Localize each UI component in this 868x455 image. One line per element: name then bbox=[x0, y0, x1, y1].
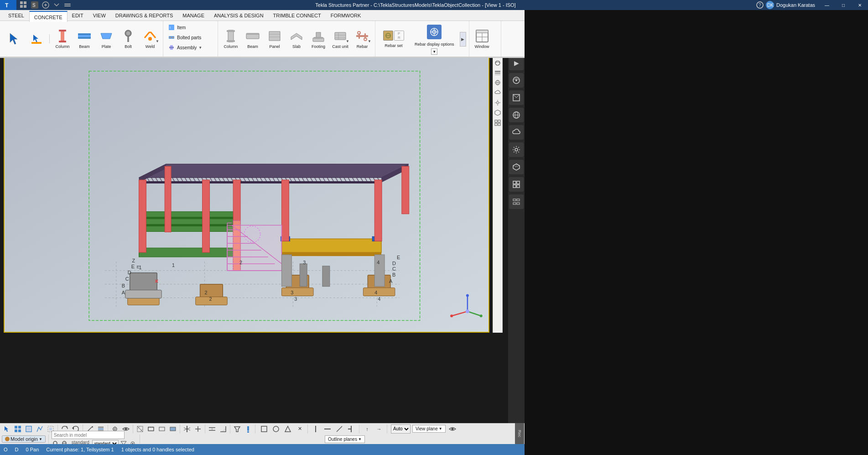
model-origin-btn[interactable]: Model origin ▼ bbox=[2, 435, 46, 443]
hidden-line-btn[interactable] bbox=[146, 424, 156, 434]
vert-line-btn[interactable] bbox=[311, 424, 321, 434]
tab-edit[interactable]: EDIT bbox=[68, 10, 88, 21]
angle-btn[interactable] bbox=[218, 424, 228, 434]
viewport-settings-btn[interactable] bbox=[494, 99, 502, 107]
render-btn[interactable] bbox=[168, 424, 178, 434]
maximize-button[interactable]: □ bbox=[835, 0, 852, 10]
rebar-expand-btn[interactable]: ▶ bbox=[460, 32, 466, 47]
sidebar-view-btn[interactable] bbox=[509, 90, 524, 105]
beam-tool[interactable]: Beam bbox=[74, 28, 94, 50]
svg-rect-29 bbox=[517, 203, 520, 204]
wire-btn[interactable] bbox=[157, 424, 167, 434]
right-sidebar: ▶ bbox=[508, 10, 525, 455]
sidebar-list-btn[interactable] bbox=[509, 194, 524, 209]
measure-dist-btn[interactable] bbox=[207, 424, 217, 434]
window-tool[interactable]: Window bbox=[472, 28, 492, 50]
bolted-parts-label: Bolted parts bbox=[177, 35, 201, 40]
select-tool[interactable] bbox=[5, 31, 25, 47]
viewport-globe-btn[interactable] bbox=[494, 78, 502, 87]
item-col: I Item Bolted parts bbox=[166, 23, 204, 52]
view-circle-btn[interactable] bbox=[271, 424, 281, 434]
tab-formwork[interactable]: FORMWORK bbox=[326, 10, 366, 21]
sidebar-cube-btn[interactable] bbox=[509, 160, 524, 174]
sidebar-grid-btn[interactable] bbox=[509, 177, 524, 192]
svg-rect-36 bbox=[78, 37, 91, 39]
search-input[interactable] bbox=[52, 431, 125, 439]
sidebar-orbit-btn[interactable] bbox=[509, 73, 524, 88]
tab-trimble[interactable]: TRIMBLE CONNECT bbox=[269, 10, 326, 21]
view-rect-btn[interactable] bbox=[259, 424, 269, 434]
bolt-tool[interactable]: Bolt bbox=[118, 28, 138, 50]
angle2-btn[interactable] bbox=[346, 424, 356, 434]
view-plane-btn[interactable]: View plane ▼ bbox=[412, 425, 446, 433]
rebar-set-btn[interactable]: PR Rebar set bbox=[380, 30, 407, 49]
svg-point-169 bbox=[495, 61, 500, 65]
svg-rect-107 bbox=[374, 180, 382, 241]
tab-manage[interactable]: MANAGE bbox=[178, 10, 209, 21]
viewport-orbit-btn[interactable] bbox=[494, 59, 501, 67]
sidebar-globe-btn[interactable] bbox=[509, 108, 524, 122]
column-tool[interactable]: Column bbox=[52, 28, 73, 50]
outline-planes-btn[interactable]: Outline planes ▼ bbox=[325, 435, 365, 443]
sidebar-cloud-btn[interactable] bbox=[509, 125, 524, 140]
minimize-button[interactable]: — bbox=[819, 0, 835, 10]
auto-select[interactable]: Auto bbox=[391, 424, 411, 434]
window-controls[interactable]: — □ ✕ bbox=[819, 0, 868, 10]
rebar-display-btn[interactable]: Rebar display options bbox=[413, 24, 456, 47]
zoom-btn[interactable] bbox=[193, 424, 203, 434]
username: Dogukan Karatas bbox=[776, 2, 815, 8]
svg-point-66 bbox=[358, 31, 360, 34]
horiz-line-btn[interactable] bbox=[322, 424, 333, 434]
svg-text:A: A bbox=[122, 290, 125, 295]
tab-drawings[interactable]: DRAWINGS & REPORTS bbox=[111, 10, 178, 21]
svg-point-176 bbox=[497, 102, 499, 104]
assembly-btn[interactable]: Assembly ▼ bbox=[166, 43, 204, 52]
view-x-btn[interactable]: ✕ bbox=[295, 424, 305, 434]
rebar-tool[interactable]: Rebar ▼ bbox=[352, 28, 372, 50]
viewport-cloud-btn[interactable] bbox=[494, 89, 502, 97]
close-button[interactable]: ✕ bbox=[852, 0, 868, 10]
arr-up-btn[interactable]: ↑ bbox=[362, 424, 372, 434]
tab-view[interactable]: VIEW bbox=[88, 10, 111, 21]
viewport-cube-btn[interactable] bbox=[494, 109, 502, 117]
svg-rect-183 bbox=[15, 429, 17, 432]
footing-tool[interactable]: Footing bbox=[308, 28, 328, 50]
select-mode-btn[interactable] bbox=[2, 424, 12, 434]
view-tri-btn[interactable] bbox=[283, 424, 293, 434]
viewport-layer-btn[interactable] bbox=[494, 68, 502, 77]
slab-tool[interactable]: Slab bbox=[286, 28, 307, 50]
weld-tool[interactable]: Weld ▼ bbox=[140, 28, 160, 50]
svg-rect-48 bbox=[170, 48, 173, 50]
rec-button[interactable]: Rec bbox=[515, 423, 524, 444]
concrete-beam-tool[interactable]: Beam bbox=[243, 28, 263, 50]
item-small-btn[interactable]: I Item bbox=[166, 23, 204, 32]
sidebar-gear-btn[interactable] bbox=[509, 142, 524, 157]
tab-steel[interactable]: STEEL bbox=[4, 10, 29, 21]
cross-btn[interactable] bbox=[334, 424, 344, 434]
cast-unit-tool[interactable]: Cast unit ▼ bbox=[330, 28, 350, 50]
footing-label: Footing bbox=[312, 44, 325, 49]
pan-label: 0 Pan bbox=[26, 447, 39, 452]
panel-tool[interactable]: Panel bbox=[265, 28, 285, 50]
bolted-parts-btn[interactable]: Bolted parts bbox=[166, 33, 204, 42]
svg-line-218 bbox=[337, 426, 342, 432]
arr-right-btn[interactable]: → bbox=[374, 424, 384, 434]
tab-analysis[interactable]: ANALYSIS & DESIGN bbox=[209, 10, 269, 21]
select-window-btn[interactable] bbox=[24, 424, 34, 434]
concrete-column-tool[interactable]: Column bbox=[221, 28, 241, 50]
select-sub-tool[interactable] bbox=[26, 31, 47, 47]
tab-concrete[interactable]: CONCRETE bbox=[29, 11, 68, 22]
select-fence-btn[interactable] bbox=[35, 424, 45, 434]
plate-tool[interactable]: Plate bbox=[96, 28, 116, 50]
info-btn[interactable] bbox=[243, 424, 253, 434]
rebar-display-dropdown[interactable]: ▼ bbox=[431, 48, 437, 55]
view-mode-controls: ✕ ↑ → bbox=[259, 424, 388, 434]
eye-btn[interactable] bbox=[447, 424, 457, 434]
select-all-btn[interactable] bbox=[13, 424, 23, 434]
viewport-grid2-btn[interactable] bbox=[494, 119, 502, 127]
beam-icon bbox=[77, 29, 92, 43]
svg-point-214 bbox=[273, 426, 279, 432]
section-btn[interactable] bbox=[182, 424, 192, 434]
filter-btn[interactable] bbox=[232, 424, 242, 434]
svg-rect-4 bbox=[20, 5, 23, 8]
